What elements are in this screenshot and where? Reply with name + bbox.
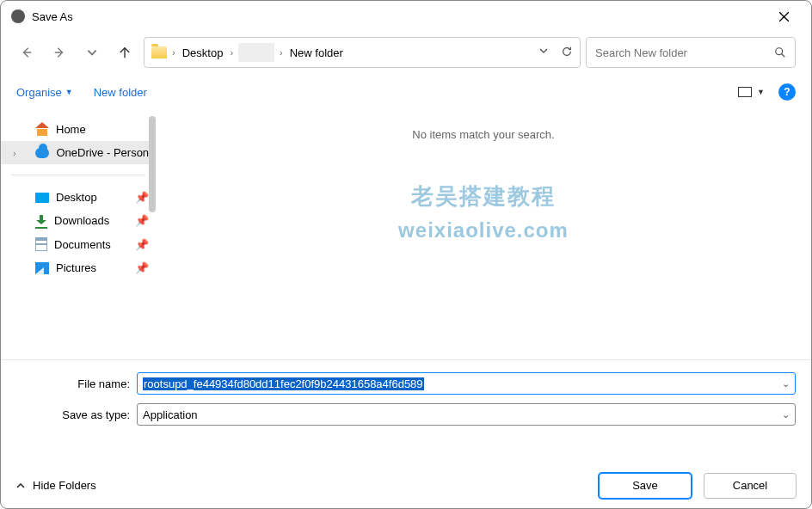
sidebar-item-label: OneDrive - Personal [56, 146, 149, 159]
caret-down-icon: ▼ [757, 88, 765, 96]
sidebar-item-label: Documents [54, 238, 111, 251]
filename-input[interactable]: rootsupd_fe44934fd80dd11fec2f0f9b2443165… [137, 372, 796, 395]
sidebar-item-documents[interactable]: Documents 📌 [1, 232, 156, 256]
forward-button[interactable] [46, 39, 73, 66]
svg-line-6 [782, 54, 785, 58]
body-area: Home › OneDrive - Personal Desktop 📌 Dow… [1, 111, 811, 360]
chevron-down-icon [538, 46, 549, 56]
organise-menu[interactable]: Organise ▼ [16, 86, 73, 99]
view-menu[interactable]: ▼ [738, 87, 765, 97]
breadcrumb-desktop[interactable]: Desktop [181, 45, 225, 61]
cancel-button[interactable]: Cancel [704, 473, 797, 499]
folder-icon [151, 46, 167, 58]
refresh-button[interactable] [561, 46, 573, 60]
form-area: File name: rootsupd_fe44934fd80dd11fec2f… [1, 360, 811, 441]
sidebar-scrollbar[interactable] [149, 116, 156, 212]
watermark-line2: weixiaolive.com [398, 218, 569, 242]
chevron-right-icon: › [230, 47, 233, 58]
saveastype-value: Application [143, 408, 198, 421]
pin-icon: 📌 [135, 214, 149, 227]
chevron-right-icon[interactable]: › [13, 148, 16, 158]
file-list-pane[interactable]: No items match your search. 老吴搭建教程 weixi… [156, 111, 811, 359]
document-icon [35, 237, 47, 251]
up-button[interactable] [111, 39, 138, 66]
address-bar[interactable]: › Desktop › › New folder [144, 37, 581, 68]
pin-icon: 📌 [135, 238, 149, 251]
sidebar-separator [11, 175, 145, 175]
recent-locations-button[interactable] [78, 39, 106, 66]
home-icon [35, 124, 49, 136]
sidebar: Home › OneDrive - Personal Desktop 📌 Dow… [1, 111, 156, 359]
caret-down-icon: ▼ [65, 88, 73, 96]
chevron-down-icon[interactable]: ⌄ [782, 409, 790, 420]
sidebar-item-downloads[interactable]: Downloads 📌 [1, 209, 156, 232]
saveastype-label: Save as type: [16, 408, 137, 421]
hide-folders-label: Hide Folders [33, 479, 96, 492]
chevron-right-icon: › [172, 47, 175, 58]
nav-row: › Desktop › › New folder [1, 32, 811, 73]
organise-label: Organise [16, 86, 62, 99]
footer: Hide Folders Save Cancel [0, 461, 812, 509]
sidebar-item-label: Downloads [54, 214, 109, 227]
sidebar-item-onedrive[interactable]: › OneDrive - Personal [1, 141, 156, 164]
filename-value: rootsupd_fe44934fd80dd11fec2f0f9b2443165… [143, 377, 424, 390]
chevron-down-icon[interactable]: ⌄ [782, 378, 790, 389]
breadcrumb-newfolder[interactable]: New folder [288, 45, 345, 61]
search-icon [774, 46, 786, 58]
sidebar-item-home[interactable]: Home [1, 118, 156, 141]
back-button[interactable] [13, 39, 40, 66]
watermark-line1: 老吴搭建教程 [398, 181, 569, 212]
pin-icon: 📌 [135, 261, 149, 274]
search-input[interactable] [595, 46, 774, 59]
sidebar-item-label: Home [56, 123, 86, 136]
window-title: Save As [32, 10, 73, 23]
svg-point-5 [776, 48, 783, 55]
sidebar-item-desktop[interactable]: Desktop 📌 [1, 186, 156, 209]
chevron-right-icon: › [280, 47, 283, 58]
save-button[interactable]: Save [599, 473, 692, 499]
arrow-left-icon [21, 46, 33, 58]
close-button[interactable] [766, 3, 801, 29]
new-folder-button[interactable]: New folder [94, 86, 147, 99]
cloud-icon [35, 148, 49, 158]
close-icon [779, 12, 789, 21]
watermark: 老吴搭建教程 weixiaolive.com [398, 181, 569, 242]
breadcrumb-obscured[interactable] [238, 43, 274, 62]
titlebar: Save As [1, 1, 811, 32]
empty-message: No items match your search. [156, 111, 811, 141]
search-box[interactable] [586, 37, 796, 68]
desktop-icon [35, 193, 49, 203]
arrow-right-icon [53, 46, 65, 58]
sidebar-item-pictures[interactable]: Pictures 📌 [1, 256, 156, 279]
saveastype-select[interactable]: Application ⌄ [137, 403, 796, 426]
refresh-icon [561, 46, 573, 58]
filename-label: File name: [16, 377, 137, 390]
arrow-up-icon [119, 46, 131, 58]
view-icon [738, 87, 752, 97]
sidebar-item-label: Pictures [56, 261, 96, 274]
pictures-icon [35, 262, 49, 274]
hide-folders-button[interactable]: Hide Folders [15, 479, 96, 492]
pin-icon: 📌 [135, 191, 149, 204]
sidebar-item-label: Desktop [56, 191, 97, 204]
chevron-down-icon [86, 46, 98, 58]
help-button[interactable]: ? [778, 83, 796, 101]
command-row: Organise ▼ New folder ▼ ? [1, 73, 811, 111]
address-dropdown[interactable] [538, 46, 549, 60]
download-icon [35, 215, 47, 227]
chevron-up-icon [15, 481, 26, 491]
app-icon [11, 9, 25, 23]
